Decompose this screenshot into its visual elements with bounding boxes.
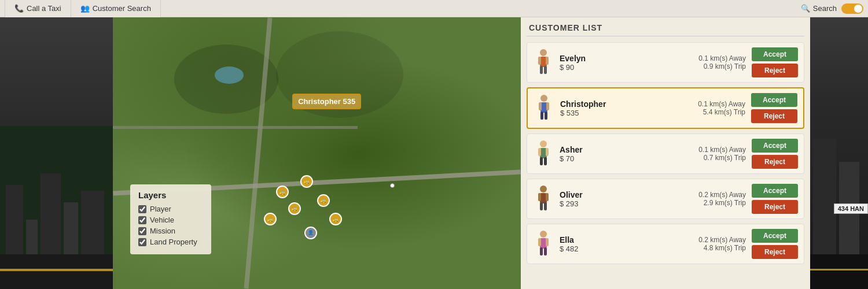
customer-away: 0.2 km(s) Away bbox=[656, 191, 746, 199]
map-marker-taxi-4[interactable]: 🚕 bbox=[317, 194, 330, 207]
left-panel bbox=[0, 17, 113, 289]
map-marker-taxi-3[interactable]: 🚕 bbox=[288, 202, 301, 215]
svg-rect-10 bbox=[540, 112, 543, 120]
cursor-indicator bbox=[390, 183, 395, 188]
customer-avatar bbox=[533, 184, 554, 214]
horiz-road-2 bbox=[113, 126, 358, 129]
map-marker-taxi-6[interactable]: 🚕 bbox=[329, 213, 342, 225]
customer-distance: 0.2 km(s) Away 4.8 km(s) Trip bbox=[656, 236, 746, 252]
svg-rect-27 bbox=[546, 238, 549, 246]
customer-name: Christopher bbox=[560, 99, 650, 109]
svg-rect-15 bbox=[546, 148, 549, 156]
layers-title: Layers bbox=[138, 190, 203, 200]
customer-search-button[interactable]: 👥 Customer Search bbox=[71, 0, 161, 17]
customer-away: 0.1 km(s) Away bbox=[656, 146, 746, 154]
reject-button[interactable]: Reject bbox=[751, 109, 797, 123]
customer-price: $ 293 bbox=[560, 199, 650, 208]
svg-point-24 bbox=[540, 231, 547, 238]
accept-button[interactable]: Accept bbox=[752, 47, 798, 61]
customer-name: Asher bbox=[560, 145, 650, 154]
customer-actions: Accept Reject bbox=[752, 139, 798, 169]
toolbar-right: 🔍 Search bbox=[801, 3, 863, 14]
svg-rect-8 bbox=[539, 102, 542, 110]
water-feature bbox=[215, 66, 244, 84]
accept-button[interactable]: Accept bbox=[752, 184, 798, 198]
customer-name: Evelyn bbox=[560, 54, 650, 63]
svg-point-6 bbox=[540, 95, 547, 102]
accept-button[interactable]: Accept bbox=[752, 229, 798, 243]
customer-away: 0.1 km(s) Away bbox=[656, 100, 745, 108]
customer-list-title: CUSTOMER LIST bbox=[527, 23, 804, 36]
customer-trip: 4.8 km(s) Trip bbox=[656, 244, 746, 252]
customer-distance: 0.2 km(s) Away 2.9 km(s) Trip bbox=[656, 191, 746, 207]
svg-point-0 bbox=[540, 49, 547, 56]
svg-rect-11 bbox=[545, 112, 547, 120]
customer-trip: 5.4 km(s) Trip bbox=[656, 108, 745, 116]
layer-vehicle-label: Vehicle bbox=[150, 216, 174, 224]
customer-info: Evelyn $ 90 bbox=[560, 54, 650, 72]
svg-rect-26 bbox=[538, 238, 541, 246]
customer-card: Christopher $ 535 0.1 km(s) Away 5.4 km(… bbox=[527, 87, 804, 129]
map-marker-taxi-5[interactable]: 🚕 bbox=[264, 213, 277, 225]
svg-rect-14 bbox=[538, 148, 541, 156]
customer-avatar bbox=[533, 229, 554, 259]
reject-button[interactable]: Reject bbox=[752, 200, 798, 214]
layer-land-property-label: Land Property bbox=[150, 238, 197, 246]
accept-button[interactable]: Accept bbox=[752, 139, 798, 153]
layer-land-property: Land Property bbox=[138, 238, 203, 246]
city-background bbox=[0, 17, 113, 289]
customer-avatar bbox=[533, 139, 554, 169]
right-road-line bbox=[810, 269, 868, 271]
layer-mission-label: Mission bbox=[150, 227, 175, 235]
road-left bbox=[0, 254, 113, 289]
customer-away: 0.2 km(s) Away bbox=[656, 236, 746, 244]
customer-info: Christopher $ 535 bbox=[560, 99, 650, 117]
right-road bbox=[810, 254, 868, 289]
layer-mission-checkbox[interactable] bbox=[138, 227, 146, 235]
call-taxi-button[interactable]: 📞 Call a Taxi bbox=[5, 0, 71, 17]
right-building-1 bbox=[813, 139, 836, 254]
layer-player-checkbox[interactable] bbox=[138, 205, 146, 213]
customer-info: Asher $ 70 bbox=[560, 145, 650, 163]
phone-icon: 📞 bbox=[14, 4, 24, 13]
customer-distance: 0.1 km(s) Away 0.7 km(s) Trip bbox=[656, 146, 746, 162]
reject-button[interactable]: Reject bbox=[752, 64, 798, 77]
customer-actions: Accept Reject bbox=[752, 47, 798, 77]
customer-trip: 0.7 km(s) Trip bbox=[656, 154, 746, 162]
map-marker-taxi-1[interactable]: 🚕 bbox=[276, 186, 289, 198]
map-marker-player[interactable]: 👤 bbox=[304, 227, 317, 239]
accept-button[interactable]: Accept bbox=[751, 93, 797, 107]
customer-avatar bbox=[533, 47, 554, 77]
toolbar: 📞 Call a Taxi 👥 Customer Search 🔍 Search bbox=[0, 0, 868, 17]
map-marker-taxi-2[interactable]: 🚕 bbox=[300, 175, 313, 188]
reject-button[interactable]: Reject bbox=[752, 245, 798, 259]
customer-price: $ 482 bbox=[560, 244, 650, 253]
reject-button[interactable]: Reject bbox=[752, 155, 798, 169]
layer-vehicle-checkbox[interactable] bbox=[138, 216, 146, 224]
layers-box: Layers Player Vehicle Mission Land Prope… bbox=[130, 184, 211, 254]
map-background: 🚕 🚕 🚕 🚕 🚕 🚕 👤 Christopher 535 Layers Pla… bbox=[113, 17, 521, 289]
customer-card: Oliver $ 293 0.2 km(s) Away 2.9 km(s) Tr… bbox=[527, 179, 804, 219]
customer-cards-container: Evelyn $ 90 0.1 km(s) Away 0.9 km(s) Tri… bbox=[527, 42, 804, 269]
svg-rect-5 bbox=[544, 66, 547, 74]
customer-price: $ 535 bbox=[560, 109, 650, 117]
layer-mission: Mission bbox=[138, 227, 203, 235]
layer-player-label: Player bbox=[150, 205, 171, 213]
main-content: 🚕 🚕 🚕 🚕 🚕 🚕 👤 Christopher 535 Layers Pla… bbox=[0, 17, 868, 289]
map-area[interactable]: 🚕 🚕 🚕 🚕 🚕 🚕 👤 Christopher 535 Layers Pla… bbox=[113, 17, 521, 289]
customer-name: Ella bbox=[560, 235, 650, 244]
svg-rect-22 bbox=[540, 202, 543, 210]
svg-rect-9 bbox=[546, 102, 549, 110]
customer-card: Asher $ 70 0.1 km(s) Away 0.7 km(s) Trip… bbox=[527, 134, 804, 174]
search-text: Search bbox=[813, 4, 837, 13]
customer-distance: 0.1 km(s) Away 5.4 km(s) Trip bbox=[656, 100, 745, 116]
layer-player: Player bbox=[138, 205, 203, 213]
call-taxi-label: Call a Taxi bbox=[27, 4, 61, 13]
customer-list-panel: CUSTOMER LIST Evelyn $ 90 0.1 km(s) Away… bbox=[521, 17, 810, 289]
right-city-background: 434 HAN bbox=[810, 17, 868, 289]
search-toggle[interactable] bbox=[841, 3, 863, 14]
customer-distance: 0.1 km(s) Away 0.9 km(s) Trip bbox=[656, 54, 746, 71]
christopher-label: Christopher 535 bbox=[292, 94, 361, 109]
layer-land-property-checkbox[interactable] bbox=[138, 238, 146, 246]
search-icon: 🔍 bbox=[801, 4, 810, 13]
